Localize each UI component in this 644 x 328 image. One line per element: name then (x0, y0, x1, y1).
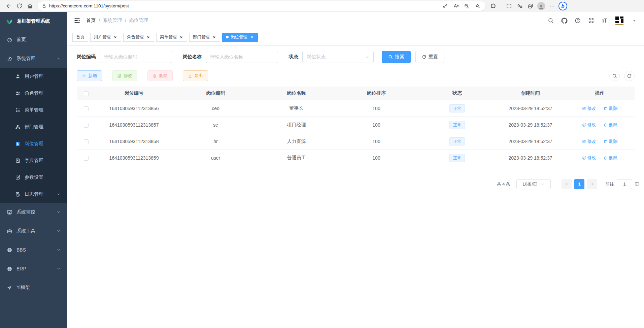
post-code-input[interactable] (100, 51, 172, 63)
collapse-sidebar-button[interactable] (73, 17, 81, 24)
search-button[interactable]: 搜索 (382, 51, 411, 63)
help-button[interactable] (574, 17, 581, 24)
row-delete-link[interactable]: 删除 (603, 138, 617, 144)
tab-post-mgmt[interactable]: 岗位管理 (222, 33, 258, 42)
zoom-button[interactable] (463, 2, 471, 10)
status-select[interactable]: 岗位状态 (302, 51, 374, 63)
post-name-input[interactable] (206, 51, 278, 63)
page-size-select[interactable]: 10条/页 (516, 179, 551, 189)
sidebar-item-user-mgmt[interactable]: 用户管理 (0, 68, 67, 85)
breadcrumb-system[interactable]: 系统管理 (103, 18, 122, 24)
add-button[interactable]: 新增 (77, 70, 102, 81)
sidebar-item-dict-mgmt[interactable]: 字典管理 (0, 152, 67, 169)
user-avatar[interactable] (614, 15, 624, 26)
row-checkbox[interactable] (84, 139, 89, 144)
cell-post-code: user (173, 150, 259, 166)
menu-list-icon (15, 107, 21, 113)
lock-icon (42, 4, 46, 8)
sidebar-item-bbs[interactable]: BBS (0, 240, 67, 259)
trash-icon (603, 156, 607, 160)
more-button[interactable] (547, 1, 557, 11)
sidebar-item-label: 日志管理 (25, 191, 43, 197)
sidebar-item-monitor[interactable]: 系统监控 (0, 203, 67, 222)
sidebar-item-param-settings[interactable]: 参数设置 (0, 169, 67, 186)
copilot-button[interactable]: b (558, 1, 568, 11)
row-delete-link[interactable]: 删除 (603, 155, 617, 161)
tab-home[interactable]: 首页 (72, 33, 88, 42)
dashboard-icon (7, 37, 12, 43)
delete-button[interactable]: 删除 (147, 70, 173, 81)
sidebar-item-post-mgmt[interactable]: 岗位管理 (0, 135, 67, 152)
goto-page-input[interactable] (617, 179, 632, 189)
sidebar-item-tools[interactable]: 系统工具 (0, 222, 67, 240)
tab-label: 首页 (76, 34, 84, 40)
sidebar-item-erp[interactable]: ERP (0, 259, 67, 278)
export-button[interactable]: 导出 (183, 70, 208, 81)
close-icon[interactable] (146, 35, 150, 39)
cell-post-code: ceo (173, 100, 259, 117)
main-area: 首页 / 系统管理 / 岗位管理 (67, 12, 644, 328)
password-button[interactable] (441, 2, 449, 10)
url-bar[interactable]: https://ccnetcore.com:1101/system/post (38, 1, 485, 11)
fullscreen-button[interactable] (587, 17, 595, 24)
reset-button[interactable]: 重置 (415, 51, 444, 63)
row-delete-link[interactable]: 删除 (603, 105, 617, 111)
refresh-table-button[interactable] (624, 71, 635, 81)
col-created: 创建时间 (496, 87, 565, 100)
font-size-button[interactable] (601, 17, 608, 24)
edit-button[interactable]: 修改 (112, 70, 137, 81)
row-checkbox[interactable] (84, 156, 89, 161)
split-screen-button[interactable] (504, 1, 514, 11)
page-size-value: 10条/页 (522, 181, 537, 187)
row-edit-link[interactable]: 修改 (582, 155, 596, 161)
row-checkbox[interactable] (84, 123, 89, 128)
current-page-button[interactable]: 1 (574, 179, 584, 189)
arrow-left-icon (5, 3, 12, 9)
sidebar-item-system[interactable]: 系统管理 (0, 49, 67, 68)
sidebar-item-menu-mgmt[interactable]: 菜单管理 (0, 102, 67, 119)
cell-post-sort: 100 (334, 150, 418, 166)
read-aloud-button[interactable] (452, 2, 460, 10)
github-button[interactable] (561, 17, 568, 24)
cell-post-name: 项目经理 (259, 117, 334, 133)
search-icon (548, 18, 554, 24)
sidebar-item-log-mgmt[interactable]: 日志管理 (0, 186, 67, 203)
next-page-button[interactable] (587, 179, 597, 189)
sidebar-item-yi-framework[interactable]: Yi框架 (0, 278, 67, 297)
select-all-checkbox[interactable] (84, 91, 89, 96)
refresh-button[interactable] (14, 1, 24, 11)
user-menu-caret[interactable] (631, 17, 638, 24)
header-search-button[interactable] (547, 17, 554, 24)
close-icon[interactable] (212, 35, 216, 39)
close-icon[interactable] (113, 35, 117, 39)
row-delete-link[interactable]: 删除 (603, 122, 617, 128)
profile-button[interactable] (536, 1, 546, 11)
tab-menu-mgmt[interactable]: 菜单管理 (156, 33, 187, 42)
show-search-button[interactable] (609, 71, 620, 81)
tab-user-mgmt[interactable]: 用户管理 (90, 33, 121, 42)
chevron-down-icon (365, 55, 369, 59)
back-button[interactable] (3, 1, 13, 11)
row-edit-link[interactable]: 修改 (582, 122, 596, 128)
extensions-button[interactable] (488, 1, 498, 11)
tab-group-button[interactable] (526, 1, 536, 11)
prev-page-button[interactable] (562, 179, 572, 189)
sidebar-item-role-mgmt[interactable]: 角色管理 (0, 85, 67, 102)
sidebar-item-home[interactable]: 首页 (0, 30, 67, 49)
row-edit-link[interactable]: 修改 (582, 138, 596, 144)
settings-edit-icon (15, 175, 21, 181)
sidebar-item-label: BBS (16, 247, 26, 253)
sidebar-item-dept-mgmt[interactable]: 部门管理 (0, 119, 67, 135)
row-checkbox[interactable] (84, 106, 89, 111)
close-icon[interactable] (179, 35, 183, 39)
home-button[interactable] (25, 1, 35, 11)
close-icon[interactable] (249, 35, 254, 39)
row-edit-link[interactable]: 修改 (582, 105, 596, 111)
read-aloud-icon (453, 3, 459, 9)
tab-role-mgmt[interactable]: 角色管理 (123, 33, 154, 42)
favorite-add-button[interactable] (473, 2, 481, 10)
breadcrumb-home[interactable]: 首页 (86, 18, 96, 24)
org-tree-icon (15, 124, 21, 130)
collections-button[interactable] (515, 1, 525, 11)
tab-dept-mgmt[interactable]: 部门管理 (189, 33, 220, 42)
